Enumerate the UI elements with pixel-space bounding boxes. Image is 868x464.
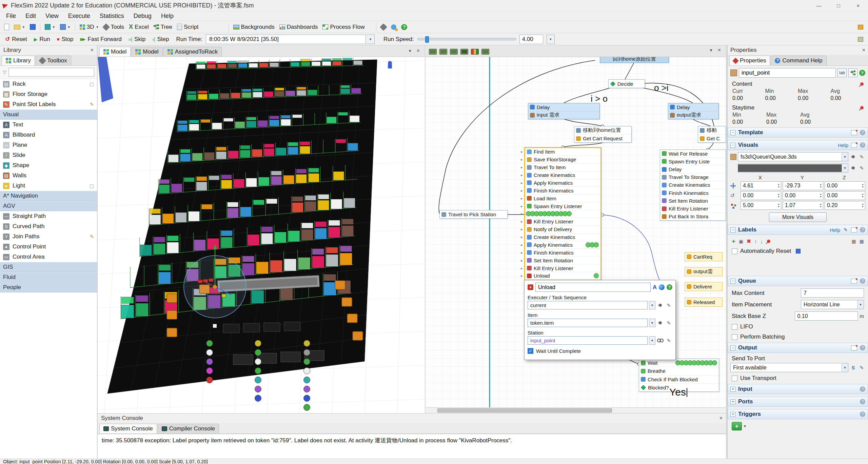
executer-dropdown[interactable]: ▼ <box>649 301 655 309</box>
library-item-join-paths[interactable]: YJoin Paths✎ <box>0 231 97 242</box>
expand-icon[interactable]: + <box>730 412 735 417</box>
tab-compiler-console[interactable]: Compiler Console <box>158 424 219 433</box>
visuals-help-link[interactable]: Help <box>838 142 848 148</box>
activity-wait[interactable]: Wait <box>639 359 719 367</box>
menu-debug[interactable]: Debug <box>129 12 156 21</box>
connections-button[interactable] <box>389 22 398 32</box>
splitter[interactable] <box>97 45 98 459</box>
activity-block-putback[interactable]: Wait For ReleaseSpawn Entry ListeDelayTr… <box>660 149 726 221</box>
run-time-dropdown[interactable]: ▼ <box>367 35 375 44</box>
rotation-y-input[interactable]: 0.00▲▼ <box>783 191 823 200</box>
activity-set-item-rotation[interactable]: Set Item Rotation <box>660 197 726 205</box>
activity-finish-kinematics[interactable]: Finish Kinematics <box>525 249 600 257</box>
table-view-icon[interactable]: ▦ <box>860 239 864 244</box>
add-label-icon[interactable]: + <box>732 238 735 245</box>
section-output[interactable]: −Output? <box>728 343 868 353</box>
menu-statistics[interactable]: Statistics <box>95 12 129 21</box>
library-item-control-point[interactable]: ●Control Point <box>0 242 97 252</box>
library-item-billboard[interactable]: ABillboard <box>0 130 97 140</box>
activity-output[interactable]: output需求 <box>668 112 718 119</box>
library-section-agv[interactable]: AGV <box>0 201 97 211</box>
activity-unload[interactable]: Unload <box>525 272 600 280</box>
activity-notify-of-delivery[interactable]: Notify of Delivery <box>525 226 600 234</box>
activity-travel-to-pick-station[interactable]: Travel to Pick Station <box>440 210 507 218</box>
resource-delivere[interactable]: Delivere <box>685 282 723 291</box>
pin-panel-icon[interactable] <box>851 227 857 233</box>
spinner[interactable]: ▲▼ <box>820 193 822 198</box>
expand-icon[interactable]: + <box>730 387 735 392</box>
activity-create-kinematics[interactable]: Create Kinematics <box>660 181 726 189</box>
object-help-button[interactable]: ? <box>859 70 865 76</box>
spinner[interactable]: ▲▼ <box>820 183 822 188</box>
activity-create-kinematics[interactable]: Create Kinematics <box>525 172 600 179</box>
activity-home2-row-0[interactable]: 移動 <box>698 126 726 135</box>
step-button[interactable]: ›|Step <box>149 34 172 44</box>
window-layout-button[interactable] <box>856 22 865 32</box>
library-item-text[interactable]: AText <box>0 120 97 130</box>
section-help-icon[interactable]: ? <box>860 345 865 350</box>
run-speed-slider[interactable] <box>417 38 516 40</box>
collapse-icon[interactable]: − <box>730 279 735 284</box>
activity-name-input[interactable] <box>535 283 651 292</box>
sampler-icon[interactable] <box>850 153 857 161</box>
save-button[interactable] <box>28 22 38 32</box>
tab-library[interactable]: Library <box>2 56 35 65</box>
scale-y-input[interactable]: 1.07▲▼ <box>783 201 823 210</box>
spinner[interactable]: ▲▼ <box>862 183 864 188</box>
library-item-curved-path[interactable]: SCurved Path <box>0 221 97 231</box>
popup-help-icon[interactable]: ? <box>667 284 672 290</box>
viewport-tab-model-1[interactable]: Model <box>131 47 162 57</box>
move-down-icon[interactable]: ↓ <box>760 239 763 244</box>
viewport-tab-dropdown-icon[interactable]: ▼ <box>408 49 412 53</box>
copy-label-icon[interactable]: ▣ <box>739 239 743 244</box>
close-button[interactable]: × <box>848 0 868 11</box>
add-trigger-dropdown[interactable]: ▼ <box>743 424 747 428</box>
run-speed-slider-thumb[interactable] <box>425 36 429 43</box>
spinner[interactable]: ▲▼ <box>777 203 780 208</box>
minimize-button[interactable]: — <box>809 0 829 11</box>
activity-check-if-path-blocked[interactable]: Check If Path Blocked <box>639 376 719 384</box>
activity-spawn-entry-liste[interactable]: Spawn Entry Liste <box>660 158 726 165</box>
wait-until-complete-checkbox[interactable]: ✓ <box>528 348 533 354</box>
collapse-icon[interactable]: − <box>730 345 735 350</box>
max-content-input[interactable]: 7 <box>801 288 864 298</box>
process-flow-canvas[interactable]: 回到home原始位置 Decide i > o o >i Delayinput … <box>426 57 726 407</box>
position-z-input[interactable]: 0.00▲▼ <box>825 181 865 190</box>
activity-travel-to-item[interactable]: Travel To Item <box>525 164 600 172</box>
library-item-slide[interactable]: /Slide <box>0 150 97 160</box>
spinner[interactable]: ▲▼ <box>777 193 780 198</box>
activity-set-item-rotation[interactable]: Set Item Rotation <box>525 257 600 264</box>
flow-scrollbar-thumb[interactable] <box>437 408 612 412</box>
activity-block-move-home-cut[interactable]: 移動Get C <box>698 126 726 143</box>
item-placement-select[interactable]: Horizontal Line▼ <box>801 300 864 309</box>
edit-icon[interactable]: ✎ <box>858 153 865 161</box>
reset-button[interactable]: ↺Reset <box>2 34 30 44</box>
skip-button[interactable]: »|Skip <box>125 34 149 44</box>
tab-command-help[interactable]: ?Command Help <box>771 56 826 65</box>
globe-icon[interactable] <box>659 284 665 290</box>
activity-kill-entry-listener[interactable]: Kill Entry Listener <box>525 218 600 226</box>
viewport-tab-model-0[interactable]: Model <box>99 47 131 57</box>
activity-block-move-home[interactable]: 移動到home位置Get Cart Request <box>574 126 632 143</box>
section-help-icon[interactable]: ? <box>860 399 865 404</box>
activity-finish-kinematics[interactable]: Finish Kinematics <box>660 189 726 197</box>
console-message[interactable]: time: 35.500878 exception: Label propert… <box>98 434 726 459</box>
activity-apply-kinematics[interactable]: Apply Kinematics <box>525 179 600 187</box>
section-help-icon[interactable]: ? <box>860 227 865 233</box>
edit-icon[interactable]: ✎ <box>843 227 848 233</box>
sampler-icon[interactable] <box>657 319 664 327</box>
section-help-icon[interactable]: ? <box>860 142 865 148</box>
activity-home[interactable]: 移動到home位置 <box>574 126 631 135</box>
tab-system-console[interactable]: System Console <box>99 424 157 433</box>
use-transport-checkbox[interactable] <box>732 376 737 381</box>
library-item-straight-path[interactable]: —Straight Path <box>0 211 97 221</box>
scale-x-input[interactable]: 5.00▲▼ <box>741 201 781 210</box>
library-item-floor-storage[interactable]: ▦Floor Storage <box>0 89 97 99</box>
section-input[interactable]: +Input? <box>728 384 868 394</box>
measure-tool-button[interactable]: ▼ <box>43 22 57 32</box>
pin-icon[interactable] <box>860 82 864 86</box>
library-item-control-area[interactable]: ▭Control Area <box>0 252 97 262</box>
pin-panel-icon[interactable] <box>851 130 857 135</box>
sim-extra-button[interactable] <box>856 34 865 44</box>
splitter[interactable] <box>726 45 727 459</box>
